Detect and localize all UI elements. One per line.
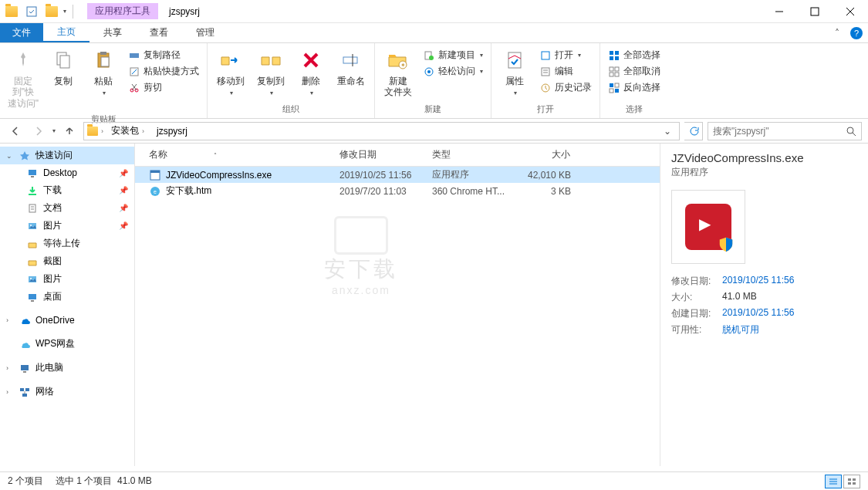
group-label-open: 打开 <box>496 102 595 117</box>
svg-text:e: e <box>154 189 157 194</box>
copy-to-button[interactable]: 复制到▾ <box>252 45 289 100</box>
quick-access-toolbar: ▾ <box>0 3 79 20</box>
close-button[interactable] <box>833 0 868 23</box>
sidebar-network[interactable]: › 网络 <box>0 383 134 400</box>
copy-icon <box>51 48 76 73</box>
open-button[interactable]: 打开▾ <box>536 48 595 63</box>
maximize-button[interactable] <box>797 0 833 23</box>
address-dropdown-icon[interactable]: ⌄ <box>659 126 676 137</box>
sidebar-item[interactable]: 图片📌 <box>0 217 134 235</box>
file-icon: e <box>149 185 161 198</box>
refresh-button[interactable] <box>684 122 703 140</box>
search-box[interactable] <box>708 122 862 140</box>
tab-share[interactable]: 共享 <box>90 23 136 42</box>
properties-button[interactable]: 属性▾ <box>496 45 533 100</box>
ribbon-group-open: 属性▾ 打开▾ 编辑 历史记录 打开 <box>491 43 600 118</box>
new-item-button[interactable]: 新建项目▾ <box>420 48 486 63</box>
open-icon <box>539 49 552 62</box>
cut-button[interactable]: 剪切 <box>125 80 202 95</box>
file-row[interactable]: e安下载.htm2019/7/20 11:03360 Chrome HT...3… <box>135 183 660 199</box>
paste-button[interactable]: 粘贴 ▾ <box>85 45 122 100</box>
minimize-ribbon-icon[interactable]: ˄ <box>829 23 845 42</box>
sidebar-item[interactable]: 截图 <box>0 252 134 270</box>
recent-locations-dropdown[interactable]: ▾ <box>52 127 56 134</box>
svg-rect-0 <box>27 7 36 16</box>
svg-rect-18 <box>343 57 357 63</box>
sidebar-onedrive[interactable]: › OneDrive <box>0 312 134 329</box>
group-label-new: 新建 <box>380 102 486 117</box>
sidebar-item[interactable]: 下载📌 <box>0 181 134 199</box>
qat-dropdown-icon[interactable]: ▾ <box>63 8 66 15</box>
details-view-button[interactable] <box>825 475 842 488</box>
up-button[interactable] <box>60 122 79 140</box>
select-all-button[interactable]: 全部选择 <box>605 48 664 63</box>
svg-point-53 <box>30 225 32 226</box>
pin-to-quick-access-button[interactable]: 固定到"快 速访问" <box>5 45 42 112</box>
ribbon-group-new: ✦ 新建 文件夹 新建项目▾ 轻松访问▾ 新建 <box>375 43 491 118</box>
svg-point-23 <box>429 56 434 60</box>
column-size[interactable]: 大小 <box>518 144 586 166</box>
minimize-button[interactable] <box>762 0 797 23</box>
sidebar-item[interactable]: 等待上传 <box>0 235 134 252</box>
svg-rect-46 <box>29 170 36 175</box>
easy-access-button[interactable]: 轻松访问▾ <box>420 64 486 79</box>
file-row[interactable]: JZVideoCompressIns.exe2019/10/25 11:56应用… <box>135 167 660 183</box>
file-list[interactable]: 名称˄ 修改日期 类型 大小 JZVideoCompressIns.exe201… <box>135 144 660 466</box>
details-row: 可用性:脱机可用 <box>671 323 857 336</box>
item-icon <box>26 238 39 250</box>
details-pane: JZVideoCompressIns.exe 应用程序 修改日期:2019/10… <box>660 144 868 466</box>
tab-file[interactable]: 文件 <box>0 23 43 42</box>
invert-selection-button[interactable]: 反向选择 <box>605 80 664 95</box>
paste-shortcut-button[interactable]: 粘贴快捷方式 <box>125 64 202 79</box>
window-title: jzspysrj <box>169 6 200 17</box>
new-folder-button[interactable]: ✦ 新建 文件夹 <box>380 45 417 101</box>
tab-manage[interactable]: 管理 <box>182 23 228 42</box>
sidebar-item[interactable]: 桌面 <box>0 288 134 306</box>
search-icon <box>846 126 856 137</box>
group-label-select: 选择 <box>605 102 664 117</box>
scissors-icon <box>128 82 140 94</box>
svg-rect-40 <box>610 83 613 87</box>
select-none-button[interactable]: 全部取消 <box>605 64 664 79</box>
qat-new-folder-icon[interactable] <box>43 3 60 20</box>
address-bar[interactable]: › 安装包 › jzspysrj ⌄ <box>83 122 680 140</box>
forward-button[interactable] <box>29 122 48 140</box>
qat-properties-icon[interactable] <box>23 3 40 20</box>
select-none-icon <box>608 66 620 78</box>
help-button[interactable]: ? <box>845 23 868 42</box>
sidebar-quick-access[interactable]: ⌄ 快速访问 <box>0 147 134 164</box>
svg-rect-58 <box>21 365 29 370</box>
chevron-right-icon: › <box>6 388 14 396</box>
svg-rect-6 <box>60 56 69 68</box>
svg-rect-65 <box>150 171 160 173</box>
tab-home[interactable]: 主页 <box>43 23 90 42</box>
sidebar-item[interactable]: 文档📌 <box>0 199 134 217</box>
edit-button[interactable]: 编辑 <box>536 64 595 79</box>
thumbnails-view-button[interactable] <box>843 475 860 488</box>
breadcrumb-part-0[interactable]: 安装包 › <box>106 124 149 137</box>
column-type[interactable]: 类型 <box>426 144 518 166</box>
copy-button[interactable]: 复制 <box>45 45 82 90</box>
tab-view[interactable]: 查看 <box>136 23 182 42</box>
copy-path-button[interactable]: 复制路径 <box>125 48 202 63</box>
delete-button[interactable]: 删除▾ <box>292 45 329 100</box>
sidebar-item[interactable]: 图片 <box>0 270 134 288</box>
rename-button[interactable]: 重命名 <box>333 45 370 90</box>
details-thumbnail <box>671 190 745 264</box>
column-name[interactable]: 名称˄ <box>135 144 333 166</box>
status-selected-count: 选中 1 个项目 41.0 MB <box>56 475 152 488</box>
move-to-button[interactable]: 移动到▾ <box>212 45 249 100</box>
sidebar-wps[interactable]: WPS网盘 <box>0 335 134 353</box>
sidebar-this-pc[interactable]: › 此电脑 <box>0 359 134 377</box>
svg-rect-60 <box>20 388 24 391</box>
sidebar-item[interactable]: Desktop📌 <box>0 164 134 181</box>
search-input[interactable] <box>713 126 846 137</box>
svg-point-44 <box>847 127 853 133</box>
back-button[interactable] <box>6 122 25 140</box>
details-row: 修改日期:2019/10/25 11:56 <box>671 275 857 288</box>
properties-icon <box>502 48 527 73</box>
breadcrumb-part-1[interactable]: jzspysrj <box>152 126 192 137</box>
history-button[interactable]: 历史记录 <box>536 80 595 95</box>
column-date[interactable]: 修改日期 <box>333 144 426 166</box>
delete-icon <box>299 48 323 73</box>
